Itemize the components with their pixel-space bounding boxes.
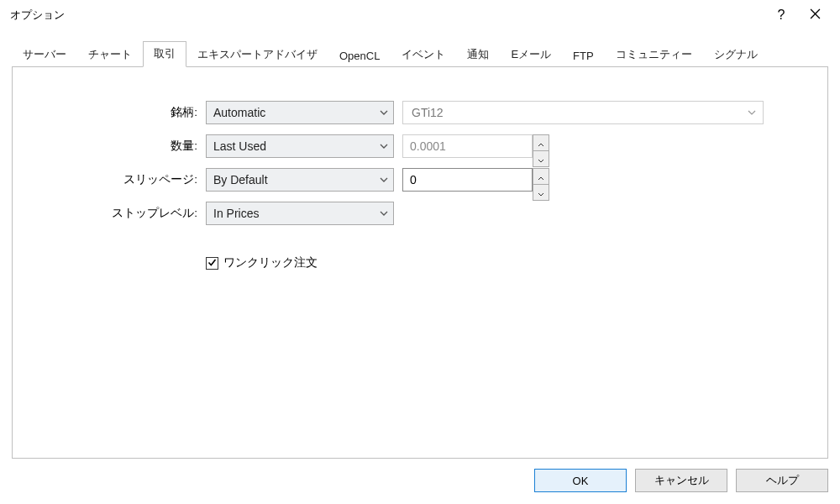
chevron-down-icon (538, 151, 544, 166)
titlebar: オプション ? (0, 0, 840, 30)
row-symbol: 銘柄: Automatic GTi12 (38, 101, 802, 124)
label-volume: 数量: (38, 139, 206, 154)
options-dialog: オプション ? サーバー チャート 取引 エキスパートアドバイザ OpenCL … (0, 0, 840, 504)
slippage-step-down[interactable] (533, 184, 549, 201)
tab-signal[interactable]: シグナル (703, 42, 769, 67)
tab-opencl[interactable]: OpenCL (328, 45, 391, 67)
tab-event[interactable]: イベント (391, 42, 456, 67)
window-title: オプション (10, 8, 65, 23)
help-icon: ? (778, 8, 785, 23)
symbol-mode-select[interactable]: Automatic (206, 101, 394, 124)
volume-mode-select[interactable]: Last Used (206, 134, 394, 158)
tab-notification[interactable]: 通知 (456, 42, 500, 67)
label-symbol: 銘柄: (38, 105, 206, 120)
chevron-down-icon (538, 185, 544, 200)
close-icon (810, 8, 821, 22)
check-icon (207, 255, 217, 270)
tab-ftp[interactable]: FTP (562, 45, 605, 67)
one-click-checkbox[interactable] (206, 257, 218, 270)
label-slippage: スリッページ: (38, 172, 206, 187)
tab-email[interactable]: Eメール (500, 42, 562, 67)
stop-level-select[interactable]: In Prices (206, 202, 394, 225)
symbol-value: GTi12 (412, 106, 444, 119)
chevron-up-icon (538, 169, 544, 184)
cancel-button[interactable]: キャンセル (635, 469, 727, 492)
slippage-mode-select[interactable]: By Default (206, 168, 394, 192)
row-one-click: ワンクリック注文 (206, 255, 802, 270)
symbol-value-select[interactable]: GTi12 (402, 101, 764, 124)
row-stop-level: ストップレベル: In Prices (38, 202, 802, 225)
slippage-step-up[interactable] (533, 168, 549, 184)
tab-bar: サーバー チャート 取引 エキスパートアドバイザ OpenCL イベント 通知 … (0, 40, 840, 66)
chevron-down-icon (748, 110, 756, 115)
close-button[interactable] (798, 3, 832, 28)
tab-expert-advisor[interactable]: エキスパートアドバイザ (186, 42, 328, 67)
slippage-mode-value: By Default (213, 173, 268, 186)
symbol-mode-value: Automatic (213, 106, 265, 119)
tab-server[interactable]: サーバー (12, 42, 77, 67)
volume-mode-value: Last Used (213, 139, 266, 153)
chevron-down-icon (380, 144, 388, 149)
volume-spinner (402, 134, 549, 158)
chevron-down-icon (380, 211, 388, 216)
slippage-input[interactable] (402, 168, 533, 192)
one-click-label: ワンクリック注文 (223, 255, 318, 270)
tab-trade[interactable]: 取引 (143, 41, 186, 67)
tab-panel-trade: 銘柄: Automatic GTi12 数量: Last Used (12, 66, 828, 459)
chevron-down-icon (380, 110, 388, 115)
row-volume: 数量: Last Used (38, 134, 802, 158)
help-button-bottom[interactable]: ヘルプ (736, 469, 828, 492)
row-slippage: スリッページ: By Default (38, 168, 802, 192)
ok-button[interactable]: OK (534, 469, 627, 492)
volume-step-up[interactable] (533, 134, 549, 150)
tab-community[interactable]: コミュニティー (605, 42, 703, 67)
chevron-up-icon (538, 135, 544, 150)
chevron-down-icon (380, 177, 388, 182)
tab-chart[interactable]: チャート (77, 42, 143, 67)
dialog-buttons: OK キャンセル ヘルプ (0, 459, 840, 504)
volume-step-down[interactable] (533, 150, 549, 167)
slippage-spinner (402, 168, 549, 192)
help-button[interactable]: ? (764, 3, 798, 28)
label-stop-level: ストップレベル: (38, 206, 206, 221)
stop-level-value: In Prices (213, 207, 259, 220)
volume-input[interactable] (402, 134, 533, 158)
